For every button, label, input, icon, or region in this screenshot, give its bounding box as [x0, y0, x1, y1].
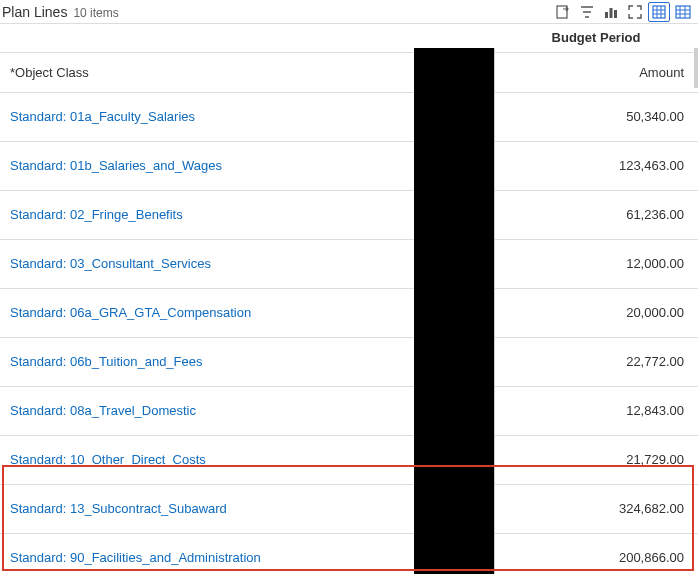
amount-cell: 50,340.00	[494, 92, 698, 141]
svg-rect-5	[676, 6, 690, 18]
amount-cell: 21,729.00	[494, 435, 698, 484]
amount-header[interactable]: Amount	[494, 52, 698, 92]
filter-icon[interactable]	[576, 2, 598, 22]
hidden-col-header	[414, 52, 494, 92]
plan-lines-table: Budget Period *Object Class Amount Stand…	[0, 24, 698, 574]
table-row: Standard: 01b_Salaries_and_Wages123,463.…	[0, 141, 698, 190]
header-left: Plan Lines 10 items	[2, 4, 119, 20]
object-class-link[interactable]: Standard: 13_Subcontract_Subaward	[10, 501, 227, 516]
table-row: Standard: 10_Other_Direct_Costs21,729.00	[0, 435, 698, 484]
amount-cell: 324,682.00	[494, 484, 698, 533]
svg-rect-3	[614, 10, 617, 18]
item-count: 10 items	[73, 6, 118, 20]
hidden-cell	[414, 288, 494, 337]
object-class-header[interactable]: *Object Class	[0, 52, 414, 92]
chart-icon[interactable]	[600, 2, 622, 22]
object-class-link[interactable]: Standard: 06b_Tuition_and_Fees	[10, 354, 203, 369]
hidden-cell	[414, 141, 494, 190]
header-bar: Plan Lines 10 items	[0, 0, 698, 24]
svg-rect-2	[610, 8, 613, 18]
hidden-cell	[414, 92, 494, 141]
hidden-cell	[414, 337, 494, 386]
fullscreen-icon[interactable]	[624, 2, 646, 22]
object-class-cell: Standard: 13_Subcontract_Subaward	[0, 484, 414, 533]
object-class-link[interactable]: Standard: 01b_Salaries_and_Wages	[10, 158, 222, 173]
object-class-link[interactable]: Standard: 06a_GRA_GTA_Compensation	[10, 305, 251, 320]
grid-view-alt-icon[interactable]	[672, 2, 694, 22]
table-row: Standard: 06b_Tuition_and_Fees22,772.00	[0, 337, 698, 386]
amount-cell: 20,000.00	[494, 288, 698, 337]
amount-cell: 12,843.00	[494, 386, 698, 435]
table-area: Budget Period *Object Class Amount Stand…	[0, 24, 698, 574]
hidden-cell	[414, 386, 494, 435]
export-icon[interactable]	[552, 2, 574, 22]
object-class-cell: Standard: 01b_Salaries_and_Wages	[0, 141, 414, 190]
amount-cell: 123,463.00	[494, 141, 698, 190]
object-class-link[interactable]: Standard: 03_Consultant_Services	[10, 256, 211, 271]
amount-cell: 12,000.00	[494, 239, 698, 288]
object-class-link[interactable]: Standard: 01a_Faculty_Salaries	[10, 109, 195, 124]
hidden-cell	[414, 435, 494, 484]
hidden-cell	[414, 190, 494, 239]
amount-cell: 22,772.00	[494, 337, 698, 386]
header-spacer-2	[414, 24, 494, 52]
object-class-cell: Standard: 06a_GRA_GTA_Compensation	[0, 288, 414, 337]
object-class-cell: Standard: 10_Other_Direct_Costs	[0, 435, 414, 484]
amount-cell: 61,236.00	[494, 190, 698, 239]
svg-rect-0	[557, 6, 567, 18]
object-class-link[interactable]: Standard: 90_Facilities_and_Administrati…	[10, 550, 261, 565]
object-class-cell: Standard: 90_Facilities_and_Administrati…	[0, 533, 414, 574]
section-title: Plan Lines	[2, 4, 67, 20]
object-class-link[interactable]: Standard: 08a_Travel_Domestic	[10, 403, 196, 418]
object-class-cell: Standard: 06b_Tuition_and_Fees	[0, 337, 414, 386]
object-class-cell: Standard: 03_Consultant_Services	[0, 239, 414, 288]
table-row: Standard: 90_Facilities_and_Administrati…	[0, 533, 698, 574]
table-row: Standard: 13_Subcontract_Subaward324,682…	[0, 484, 698, 533]
table-row: Standard: 06a_GRA_GTA_Compensation20,000…	[0, 288, 698, 337]
svg-rect-1	[605, 12, 608, 18]
amount-cell: 200,866.00	[494, 533, 698, 574]
budget-period-header: Budget Period	[494, 24, 698, 52]
object-class-cell: Standard: 01a_Faculty_Salaries	[0, 92, 414, 141]
object-class-link[interactable]: Standard: 02_Fringe_Benefits	[10, 207, 183, 222]
table-row: Standard: 01a_Faculty_Salaries50,340.00	[0, 92, 698, 141]
table-row: Standard: 03_Consultant_Services12,000.0…	[0, 239, 698, 288]
hidden-cell	[414, 484, 494, 533]
grid-view-icon[interactable]	[648, 2, 670, 22]
table-row: Standard: 02_Fringe_Benefits61,236.00	[0, 190, 698, 239]
toolbar	[552, 2, 694, 22]
object-class-cell: Standard: 02_Fringe_Benefits	[0, 190, 414, 239]
object-class-link[interactable]: Standard: 10_Other_Direct_Costs	[10, 452, 206, 467]
svg-rect-4	[653, 6, 665, 18]
header-spacer-1	[0, 24, 414, 52]
table-row: Standard: 08a_Travel_Domestic12,843.00	[0, 386, 698, 435]
scroll-indicator	[694, 48, 698, 88]
hidden-cell	[414, 533, 494, 574]
object-class-cell: Standard: 08a_Travel_Domestic	[0, 386, 414, 435]
hidden-cell	[414, 239, 494, 288]
